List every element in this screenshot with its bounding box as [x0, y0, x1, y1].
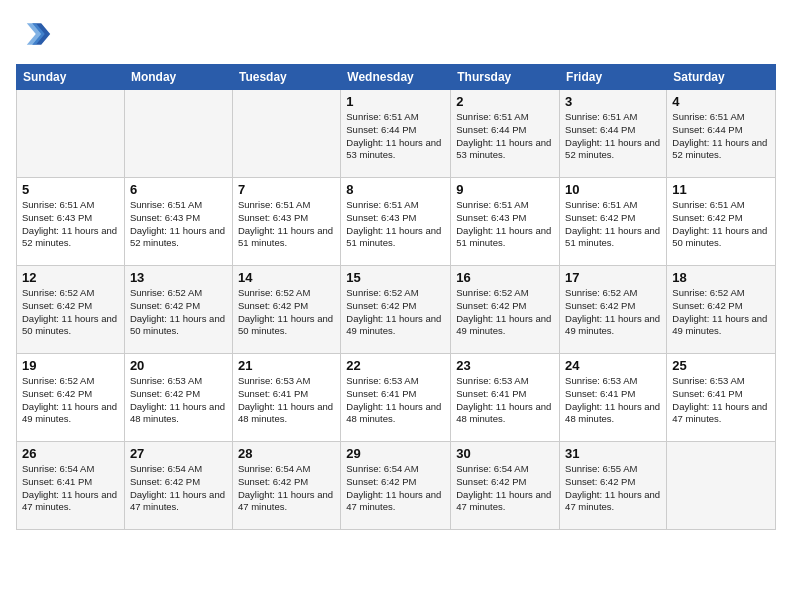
calendar-cell: 5Sunrise: 6:51 AM Sunset: 6:43 PM Daylig…	[17, 178, 125, 266]
calendar-cell: 9Sunrise: 6:51 AM Sunset: 6:43 PM Daylig…	[451, 178, 560, 266]
calendar-cell: 17Sunrise: 6:52 AM Sunset: 6:42 PM Dayli…	[560, 266, 667, 354]
day-info: Sunrise: 6:54 AM Sunset: 6:41 PM Dayligh…	[22, 463, 119, 514]
calendar-cell: 30Sunrise: 6:54 AM Sunset: 6:42 PM Dayli…	[451, 442, 560, 530]
calendar-cell: 27Sunrise: 6:54 AM Sunset: 6:42 PM Dayli…	[124, 442, 232, 530]
day-number: 30	[456, 446, 554, 461]
calendar-cell: 29Sunrise: 6:54 AM Sunset: 6:42 PM Dayli…	[341, 442, 451, 530]
day-info: Sunrise: 6:52 AM Sunset: 6:42 PM Dayligh…	[346, 287, 445, 338]
day-number: 31	[565, 446, 661, 461]
calendar-week-row: 5Sunrise: 6:51 AM Sunset: 6:43 PM Daylig…	[17, 178, 776, 266]
day-number: 2	[456, 94, 554, 109]
day-info: Sunrise: 6:54 AM Sunset: 6:42 PM Dayligh…	[346, 463, 445, 514]
day-number: 16	[456, 270, 554, 285]
day-number: 18	[672, 270, 770, 285]
weekday-header: Friday	[560, 65, 667, 90]
day-number: 23	[456, 358, 554, 373]
weekday-header: Wednesday	[341, 65, 451, 90]
calendar-cell: 31Sunrise: 6:55 AM Sunset: 6:42 PM Dayli…	[560, 442, 667, 530]
day-info: Sunrise: 6:51 AM Sunset: 6:44 PM Dayligh…	[672, 111, 770, 162]
calendar-cell: 19Sunrise: 6:52 AM Sunset: 6:42 PM Dayli…	[17, 354, 125, 442]
day-info: Sunrise: 6:55 AM Sunset: 6:42 PM Dayligh…	[565, 463, 661, 514]
day-number: 12	[22, 270, 119, 285]
day-number: 22	[346, 358, 445, 373]
day-number: 28	[238, 446, 335, 461]
day-number: 27	[130, 446, 227, 461]
day-number: 11	[672, 182, 770, 197]
calendar-cell: 28Sunrise: 6:54 AM Sunset: 6:42 PM Dayli…	[232, 442, 340, 530]
day-info: Sunrise: 6:53 AM Sunset: 6:41 PM Dayligh…	[672, 375, 770, 426]
day-number: 26	[22, 446, 119, 461]
day-number: 17	[565, 270, 661, 285]
day-number: 24	[565, 358, 661, 373]
day-number: 13	[130, 270, 227, 285]
day-number: 9	[456, 182, 554, 197]
calendar-cell: 22Sunrise: 6:53 AM Sunset: 6:41 PM Dayli…	[341, 354, 451, 442]
calendar-cell: 12Sunrise: 6:52 AM Sunset: 6:42 PM Dayli…	[17, 266, 125, 354]
day-info: Sunrise: 6:51 AM Sunset: 6:43 PM Dayligh…	[22, 199, 119, 250]
calendar-week-row: 1Sunrise: 6:51 AM Sunset: 6:44 PM Daylig…	[17, 90, 776, 178]
calendar-cell	[124, 90, 232, 178]
day-info: Sunrise: 6:52 AM Sunset: 6:42 PM Dayligh…	[22, 375, 119, 426]
weekday-header: Tuesday	[232, 65, 340, 90]
day-info: Sunrise: 6:54 AM Sunset: 6:42 PM Dayligh…	[238, 463, 335, 514]
day-info: Sunrise: 6:53 AM Sunset: 6:41 PM Dayligh…	[346, 375, 445, 426]
day-number: 10	[565, 182, 661, 197]
day-number: 1	[346, 94, 445, 109]
day-number: 29	[346, 446, 445, 461]
calendar-cell: 1Sunrise: 6:51 AM Sunset: 6:44 PM Daylig…	[341, 90, 451, 178]
day-number: 7	[238, 182, 335, 197]
calendar-cell: 23Sunrise: 6:53 AM Sunset: 6:41 PM Dayli…	[451, 354, 560, 442]
day-info: Sunrise: 6:51 AM Sunset: 6:43 PM Dayligh…	[130, 199, 227, 250]
day-number: 20	[130, 358, 227, 373]
calendar-cell: 25Sunrise: 6:53 AM Sunset: 6:41 PM Dayli…	[667, 354, 776, 442]
calendar-body: 1Sunrise: 6:51 AM Sunset: 6:44 PM Daylig…	[17, 90, 776, 530]
day-info: Sunrise: 6:51 AM Sunset: 6:42 PM Dayligh…	[672, 199, 770, 250]
day-info: Sunrise: 6:53 AM Sunset: 6:41 PM Dayligh…	[565, 375, 661, 426]
day-number: 4	[672, 94, 770, 109]
day-info: Sunrise: 6:51 AM Sunset: 6:44 PM Dayligh…	[456, 111, 554, 162]
day-info: Sunrise: 6:51 AM Sunset: 6:43 PM Dayligh…	[238, 199, 335, 250]
calendar-cell: 6Sunrise: 6:51 AM Sunset: 6:43 PM Daylig…	[124, 178, 232, 266]
calendar-cell: 11Sunrise: 6:51 AM Sunset: 6:42 PM Dayli…	[667, 178, 776, 266]
calendar-cell	[667, 442, 776, 530]
calendar-table: SundayMondayTuesdayWednesdayThursdayFrid…	[16, 64, 776, 530]
calendar-week-row: 26Sunrise: 6:54 AM Sunset: 6:41 PM Dayli…	[17, 442, 776, 530]
day-number: 8	[346, 182, 445, 197]
calendar-header: SundayMondayTuesdayWednesdayThursdayFrid…	[17, 65, 776, 90]
calendar-cell: 4Sunrise: 6:51 AM Sunset: 6:44 PM Daylig…	[667, 90, 776, 178]
calendar-cell: 18Sunrise: 6:52 AM Sunset: 6:42 PM Dayli…	[667, 266, 776, 354]
day-info: Sunrise: 6:52 AM Sunset: 6:42 PM Dayligh…	[565, 287, 661, 338]
calendar-cell: 14Sunrise: 6:52 AM Sunset: 6:42 PM Dayli…	[232, 266, 340, 354]
day-info: Sunrise: 6:53 AM Sunset: 6:41 PM Dayligh…	[456, 375, 554, 426]
calendar-week-row: 19Sunrise: 6:52 AM Sunset: 6:42 PM Dayli…	[17, 354, 776, 442]
calendar-cell: 26Sunrise: 6:54 AM Sunset: 6:41 PM Dayli…	[17, 442, 125, 530]
logo	[16, 16, 56, 52]
day-number: 21	[238, 358, 335, 373]
day-number: 25	[672, 358, 770, 373]
day-info: Sunrise: 6:51 AM Sunset: 6:44 PM Dayligh…	[565, 111, 661, 162]
calendar-cell: 10Sunrise: 6:51 AM Sunset: 6:42 PM Dayli…	[560, 178, 667, 266]
day-info: Sunrise: 6:52 AM Sunset: 6:42 PM Dayligh…	[456, 287, 554, 338]
day-info: Sunrise: 6:54 AM Sunset: 6:42 PM Dayligh…	[456, 463, 554, 514]
day-info: Sunrise: 6:52 AM Sunset: 6:42 PM Dayligh…	[22, 287, 119, 338]
calendar-cell	[17, 90, 125, 178]
weekday-row: SundayMondayTuesdayWednesdayThursdayFrid…	[17, 65, 776, 90]
day-info: Sunrise: 6:52 AM Sunset: 6:42 PM Dayligh…	[130, 287, 227, 338]
calendar-week-row: 12Sunrise: 6:52 AM Sunset: 6:42 PM Dayli…	[17, 266, 776, 354]
page-header	[16, 16, 776, 52]
day-number: 14	[238, 270, 335, 285]
day-info: Sunrise: 6:54 AM Sunset: 6:42 PM Dayligh…	[130, 463, 227, 514]
day-info: Sunrise: 6:52 AM Sunset: 6:42 PM Dayligh…	[238, 287, 335, 338]
calendar-cell	[232, 90, 340, 178]
calendar-cell: 2Sunrise: 6:51 AM Sunset: 6:44 PM Daylig…	[451, 90, 560, 178]
calendar-cell: 13Sunrise: 6:52 AM Sunset: 6:42 PM Dayli…	[124, 266, 232, 354]
day-info: Sunrise: 6:51 AM Sunset: 6:44 PM Dayligh…	[346, 111, 445, 162]
day-number: 6	[130, 182, 227, 197]
calendar-cell: 21Sunrise: 6:53 AM Sunset: 6:41 PM Dayli…	[232, 354, 340, 442]
day-number: 5	[22, 182, 119, 197]
calendar-cell: 15Sunrise: 6:52 AM Sunset: 6:42 PM Dayli…	[341, 266, 451, 354]
calendar-cell: 7Sunrise: 6:51 AM Sunset: 6:43 PM Daylig…	[232, 178, 340, 266]
weekday-header: Saturday	[667, 65, 776, 90]
day-number: 19	[22, 358, 119, 373]
weekday-header: Sunday	[17, 65, 125, 90]
